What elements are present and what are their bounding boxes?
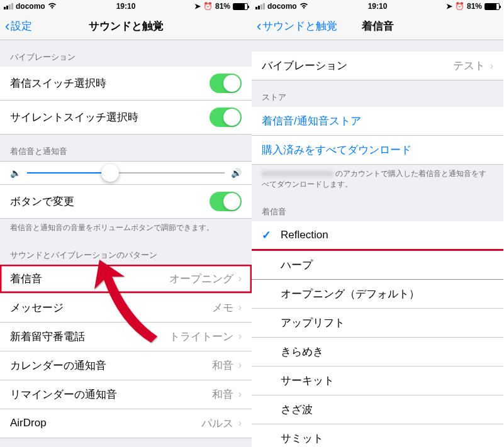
back-label: 設定 — [11, 19, 32, 33]
chevron-right-icon: › — [238, 273, 242, 284]
carrier-label: docomo — [16, 2, 45, 11]
row-airdrop[interactable]: AirDrop パルス › — [0, 409, 252, 438]
battery-icon — [233, 3, 248, 10]
location-icon: ➤ — [194, 2, 201, 11]
toggle-silent-switch[interactable] — [210, 108, 242, 127]
status-bar: docomo 19:10 ➤ ⏰ 81% — [252, 0, 503, 13]
row-ring-switch[interactable]: 着信スイッチ選択時 — [0, 67, 252, 101]
chevron-right-icon: › — [238, 389, 242, 400]
section-header-store: ストア — [252, 80, 503, 107]
chevron-right-icon: › — [490, 60, 493, 72]
row-tone-store[interactable]: 着信音/通知音ストア — [252, 107, 503, 136]
alarm-icon: ⏰ — [455, 2, 464, 11]
cell-value: 和音 — [212, 358, 233, 373]
chevron-left-icon: ‹ — [5, 18, 9, 35]
screen-ringtone: docomo 19:10 ➤ ⏰ 81% ‹ サウンドと触覚 着信音 バイブレー… — [252, 0, 503, 447]
row-ringtone[interactable]: 着信音 オープニング › — [0, 265, 252, 294]
cell-label: カレンダーの通知音 — [10, 358, 106, 373]
ringtone-row[interactable]: サーキット — [252, 367, 503, 395]
row-reminder-alert[interactable]: リマインダーの通知音 和音 › — [0, 380, 252, 409]
wifi-icon — [48, 3, 57, 10]
cell-value: メモ — [212, 301, 233, 315]
cell-value: パルス — [201, 416, 233, 431]
battery-percent: 81% — [467, 2, 482, 11]
cell-label: サイレントスイッチ選択時 — [10, 110, 138, 124]
nav-bar: ‹ サウンドと触覚 着信音 — [252, 13, 503, 40]
battery-icon — [484, 3, 500, 10]
ringtone-row[interactable]: きらめき — [252, 338, 503, 367]
battery-percent: 81% — [215, 2, 230, 11]
ringtone-label: アップリフト — [281, 316, 345, 330]
ringtone-label: サミット — [281, 431, 323, 446]
toggle-change-buttons[interactable] — [210, 192, 242, 211]
signal-icon — [255, 3, 265, 9]
ringtone-row[interactable]: オープニング（デフォルト） — [252, 280, 503, 309]
location-icon: ➤ — [446, 2, 452, 11]
cell-label: リマインダーの通知音 — [10, 387, 117, 402]
ringtone-label: サーキット — [281, 373, 334, 388]
ringtone-label: ハープ — [281, 258, 313, 272]
cell-label: AirDrop — [10, 417, 47, 429]
nav-title: 着信音 — [362, 19, 394, 33]
chevron-left-icon: ‹ — [257, 18, 261, 35]
cell-label: バイブレーション — [262, 58, 347, 73]
cell-label: メッセージ — [10, 301, 64, 315]
section-footer-store: xxxxxxxxxxxxxxxxxxx のアカウントで購入した着信音と通知音をす… — [252, 165, 503, 195]
ringtone-label: きらめき — [281, 345, 323, 359]
row-vibration[interactable]: バイブレーション テスト › — [252, 52, 503, 80]
signal-icon — [4, 3, 13, 9]
slider-thumb[interactable] — [101, 164, 119, 182]
ringtone-row[interactable]: サミット — [252, 424, 503, 447]
redacted-account: xxxxxxxxxxxxxxxxxxx — [262, 169, 333, 178]
ringtone-row[interactable]: アップリフト — [252, 309, 503, 338]
wifi-icon — [300, 3, 308, 10]
speaker-low-icon: 🔈 — [10, 168, 21, 178]
ringtone-row[interactable]: さざ波 — [252, 395, 503, 424]
cell-value: テスト — [453, 58, 485, 73]
cell-value: オープニング — [169, 272, 233, 286]
row-text-tone[interactable]: メッセージ メモ › — [0, 294, 252, 323]
section-header-ringtones: 着信音 — [252, 195, 503, 221]
section-footer-ringer: 着信音と通知音の音量をボリュームボタンで調節できます。 — [0, 219, 252, 238]
status-time: 19:10 — [368, 2, 388, 11]
chevron-right-icon: › — [238, 360, 242, 371]
carrier-label: docomo — [267, 2, 297, 11]
back-button[interactable]: ‹ サウンドと触覚 — [252, 18, 337, 35]
section-header-vibration: バイブレーション — [0, 40, 252, 67]
ringtone-label: Reflection — [281, 229, 328, 241]
row-voicemail[interactable]: 新着留守番電話 トライトーン › — [0, 323, 252, 351]
ringtone-row-selected[interactable]: ✓ Reflection — [252, 221, 503, 251]
row-silent-switch[interactable]: サイレントスイッチ選択時 — [0, 101, 252, 135]
cell-label: 購入済みをすべてダウンロード — [262, 143, 412, 157]
toggle-ring-switch[interactable] — [210, 74, 242, 93]
volume-slider[interactable] — [27, 172, 225, 174]
cell-label: 着信音 — [10, 272, 42, 286]
row-calendar-alert[interactable]: カレンダーの通知音 和音 › — [0, 351, 252, 380]
back-label: サウンドと触覚 — [262, 19, 337, 33]
section-header-ringer: 着信音と通知音 — [0, 135, 252, 161]
row-change-with-buttons[interactable]: ボタンで変更 — [0, 185, 252, 219]
cell-value: トライトーン — [169, 329, 233, 344]
cell-label: ボタンで変更 — [10, 194, 74, 209]
chevron-right-icon: › — [238, 331, 242, 342]
chevron-right-icon: › — [238, 417, 242, 429]
checkmark-icon: ✓ — [262, 228, 274, 242]
ringtone-label: さざ波 — [281, 402, 313, 417]
ringtone-row[interactable]: ハープ — [252, 251, 503, 280]
chevron-right-icon: › — [238, 302, 242, 313]
status-bar: docomo 19:10 ➤ ⏰ 81% — [0, 0, 252, 13]
speaker-high-icon: 🔊 — [231, 168, 242, 178]
volume-slider-row[interactable]: 🔈 🔊 — [0, 161, 252, 185]
back-button[interactable]: ‹ 設定 — [0, 18, 32, 35]
nav-bar: ‹ 設定 サウンドと触覚 — [0, 13, 252, 40]
cell-label: 着信音/通知音ストア — [262, 114, 361, 128]
section-header-patterns: サウンドとバイブレーションのパターン — [0, 238, 252, 265]
nav-title: サウンドと触覚 — [89, 19, 164, 33]
row-download-all[interactable]: 購入済みをすべてダウンロード — [252, 136, 503, 165]
screen-sounds-haptics: docomo 19:10 ➤ ⏰ 81% ‹ 設定 サウンドと触覚 バイブレーシ… — [0, 0, 252, 447]
cell-label: 着信スイッチ選択時 — [10, 76, 106, 91]
ringtone-label: オープニング（デフォルト） — [281, 287, 420, 301]
alarm-icon: ⏰ — [203, 2, 213, 11]
status-time: 19:10 — [116, 2, 136, 11]
cell-label: 新着留守番電話 — [10, 329, 85, 344]
